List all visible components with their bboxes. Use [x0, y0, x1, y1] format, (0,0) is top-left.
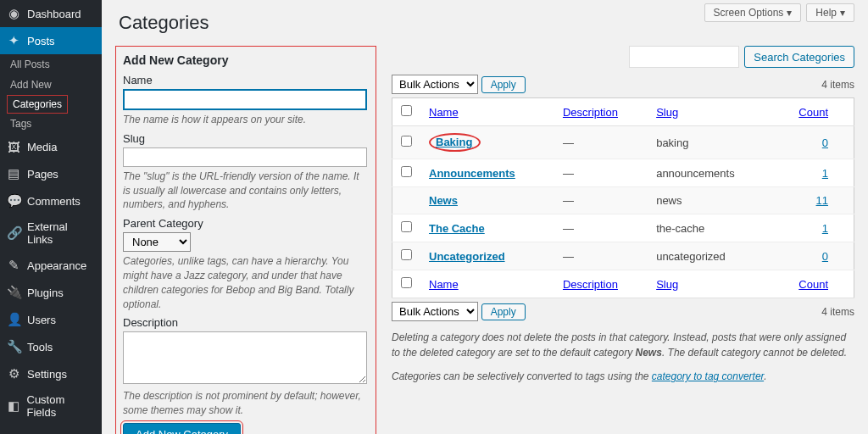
slug-input[interactable]	[123, 147, 367, 167]
sidebar-item-label: Posts	[27, 35, 55, 47]
screen-options-button[interactable]: Screen Options ▾	[704, 3, 802, 22]
sidebar-subitem[interactable]: Categories	[7, 95, 68, 114]
sidebar-item-pages[interactable]: ▤Pages	[0, 160, 102, 187]
row-count-link[interactable]: 1	[822, 222, 828, 235]
search-input[interactable]	[629, 46, 739, 68]
pages-icon: ▤	[7, 166, 20, 181]
select-all-top[interactable]	[401, 105, 412, 116]
sidebar-item-users[interactable]: 👤Users	[0, 306, 102, 333]
category-name-link[interactable]: Announcements	[429, 167, 515, 180]
sidebar-item-plugins[interactable]: 🔌Plugins	[0, 279, 102, 306]
bulk-actions-select-bottom[interactable]: Bulk Actions	[392, 302, 478, 321]
description-help: The description is not prominent by defa…	[123, 389, 367, 418]
add-category-button[interactable]: Add New Category	[123, 423, 241, 434]
media-icon: 🖾	[7, 140, 20, 154]
slug-label: Slug	[123, 132, 367, 145]
add-category-form: Add New Category Name The name is how it…	[115, 46, 376, 434]
description-textarea[interactable]	[123, 331, 367, 384]
sidebar-item-dashboard[interactable]: ◉Dashboard	[0, 0, 102, 27]
sidebar-item-label: Appearance	[27, 259, 86, 272]
items-count-bottom: 4 items	[821, 306, 854, 318]
row-checkbox[interactable]	[401, 166, 412, 177]
table-row: Baking—baking0	[392, 126, 854, 159]
comments-icon: 💬	[7, 193, 20, 209]
sidebar-item-label: Dashboard	[27, 8, 81, 20]
row-checkbox[interactable]	[401, 221, 412, 232]
row-description: —	[554, 214, 648, 242]
sidebar-item-label: Settings	[27, 368, 67, 381]
sidebar-item-settings[interactable]: ⚙Settings	[0, 360, 102, 387]
external-links-icon: 🔗	[7, 225, 20, 241]
sidebar-item-label: Users	[27, 314, 56, 326]
col-description-foot[interactable]: Description	[563, 278, 618, 291]
row-description: —	[554, 159, 648, 187]
row-slug: announcements	[648, 159, 771, 187]
items-count-top: 4 items	[821, 79, 854, 91]
row-checkbox[interactable]	[401, 136, 412, 147]
row-description: —	[554, 187, 648, 214]
gu-settings-icon: GU	[7, 431, 20, 434]
sidebar-item-label: Comments	[27, 195, 81, 208]
search-categories-button[interactable]: Search Categories	[744, 46, 854, 68]
col-name-foot[interactable]: Name	[429, 278, 459, 291]
category-to-tag-link[interactable]: category to tag converter	[652, 370, 764, 382]
col-slug-foot[interactable]: Slug	[656, 278, 678, 291]
apply-button-bottom[interactable]: Apply	[481, 303, 526, 320]
bulk-actions-select-top[interactable]: Bulk Actions	[392, 75, 478, 94]
row-slug: uncategorized	[648, 242, 771, 270]
row-description: —	[554, 126, 648, 159]
sidebar-item-gu-settings[interactable]: GUGU Settings	[0, 425, 102, 434]
row-count-link[interactable]: 0	[822, 250, 828, 263]
custom-fields-icon: ◧	[7, 398, 20, 414]
sidebar-subitem[interactable]: All Posts	[0, 54, 102, 75]
slug-help: The "slug" is the URL-friendly version o…	[123, 170, 367, 212]
row-slug: the-cache	[648, 214, 771, 242]
select-all-bottom[interactable]	[401, 277, 412, 288]
chevron-down-icon: ▾	[840, 7, 845, 19]
sidebar-item-appearance[interactable]: ✎Appearance	[0, 252, 102, 279]
row-description: —	[554, 242, 648, 270]
plugins-icon: 🔌	[7, 285, 20, 300]
category-name-link[interactable]: News	[429, 194, 458, 207]
sidebar-item-tools[interactable]: 🔧Tools	[0, 333, 102, 360]
help-button[interactable]: Help ▾	[806, 3, 854, 22]
settings-icon: ⚙	[7, 366, 20, 381]
name-input[interactable]	[123, 89, 367, 110]
row-slug: baking	[648, 126, 771, 159]
apply-button-top[interactable]: Apply	[481, 76, 526, 93]
parent-select[interactable]: None	[123, 232, 191, 252]
col-slug[interactable]: Slug	[656, 106, 678, 119]
category-name-link[interactable]: Baking	[436, 136, 472, 148]
col-description[interactable]: Description	[563, 106, 618, 119]
categories-list-panel: Search Categories Bulk Actions Apply 4 i…	[392, 46, 854, 434]
chevron-down-icon: ▾	[787, 7, 792, 19]
posts-icon: ✦	[7, 33, 20, 48]
delete-note: Deleting a category does not delete the …	[392, 330, 854, 360]
tools-icon: 🔧	[7, 339, 20, 354]
convert-note: Categories can be selectively converted …	[392, 369, 854, 384]
sidebar-subitem[interactable]: Add New	[0, 75, 102, 95]
category-name-link[interactable]: The Cache	[429, 222, 485, 235]
row-count-link[interactable]: 0	[822, 136, 828, 149]
sidebar-item-comments[interactable]: 💬Comments	[0, 187, 102, 214]
sidebar-subitem[interactable]: Tags	[0, 114, 102, 134]
col-count-foot[interactable]: Count	[798, 278, 828, 291]
sidebar-item-custom-fields[interactable]: ◧Custom Fields	[0, 387, 102, 425]
row-slug: news	[648, 187, 771, 214]
sidebar-item-posts[interactable]: ✦Posts	[0, 27, 102, 54]
sidebar-item-label: Tools	[27, 341, 53, 353]
form-heading: Add New Category	[123, 53, 367, 67]
col-name[interactable]: Name	[429, 106, 459, 119]
sidebar-item-external-links[interactable]: 🔗External Links	[0, 214, 102, 252]
parent-help: Categories, unlike tags, can have a hier…	[123, 254, 367, 311]
categories-table: Name Description Slug Count Baking—bakin…	[392, 97, 854, 298]
sidebar-item-label: Media	[27, 141, 57, 153]
row-count-link[interactable]: 11	[816, 194, 828, 207]
sidebar-item-label: Plugins	[27, 287, 64, 299]
category-name-link[interactable]: Uncategorized	[429, 250, 505, 263]
row-count-link[interactable]: 1	[822, 167, 828, 180]
sidebar-item-media[interactable]: 🖾Media	[0, 134, 102, 160]
row-checkbox[interactable]	[401, 249, 412, 260]
col-count[interactable]: Count	[798, 106, 828, 119]
table-row: Announcements—announcements1	[392, 159, 854, 187]
